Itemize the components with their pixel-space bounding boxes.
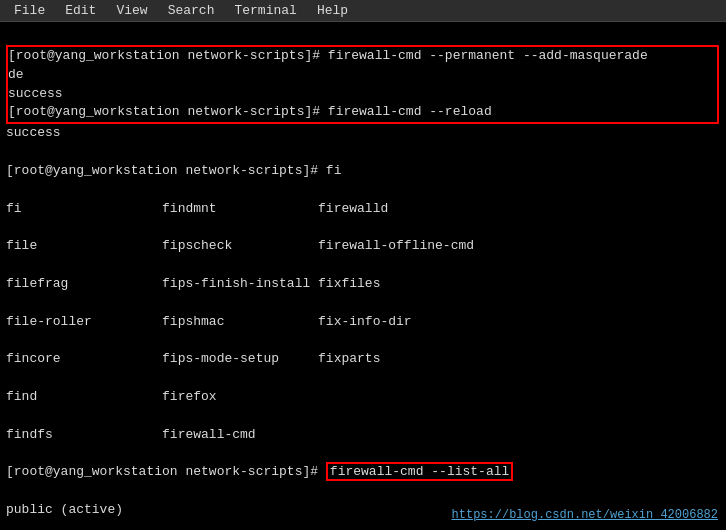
menu-help[interactable]: Help <box>307 1 358 20</box>
menu-file[interactable]: File <box>4 1 55 20</box>
terminal-output: [root@yang_workstation network-scripts]#… <box>6 26 720 530</box>
menu-search[interactable]: Search <box>158 1 225 20</box>
watermark: https://blog.csdn.net/weixin_42006882 <box>452 507 718 524</box>
terminal[interactable]: [root@yang_workstation network-scripts]#… <box>0 22 726 530</box>
menu-view[interactable]: View <box>106 1 157 20</box>
menu-terminal[interactable]: Terminal <box>224 1 306 20</box>
menubar: File Edit View Search Terminal Help <box>0 0 726 22</box>
menu-edit[interactable]: Edit <box>55 1 106 20</box>
